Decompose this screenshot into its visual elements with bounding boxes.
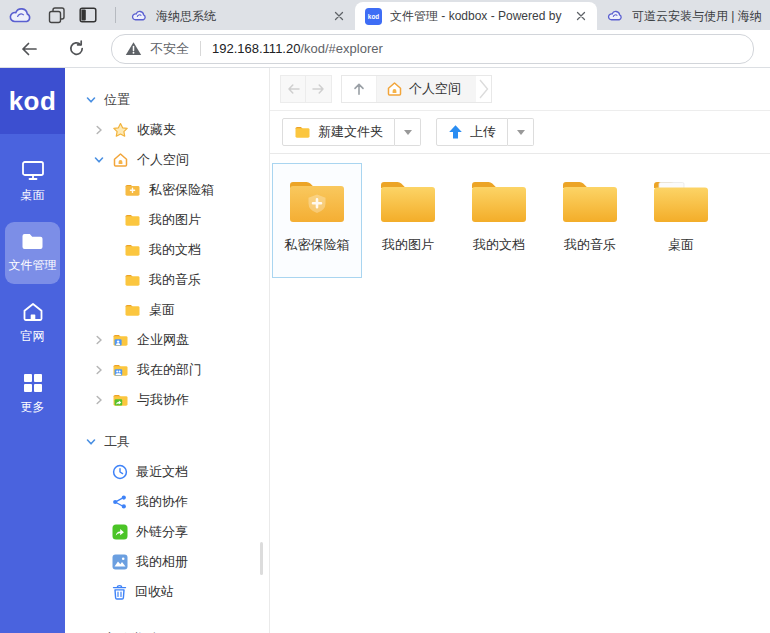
tab-close-icon[interactable]: [330, 8, 347, 25]
chevron-right-icon[interactable]: [93, 124, 105, 136]
tree-item-my-collaboration[interactable]: 我的协作: [65, 487, 269, 517]
tree-item-label: 我的相册: [136, 553, 188, 571]
url-path[interactable]: /kod/#explorer: [300, 41, 382, 56]
desktop-monitor-icon: [21, 160, 45, 181]
tree-section-label: 工具: [104, 433, 130, 451]
album-icon: [112, 554, 128, 570]
chevron-right-icon[interactable]: [93, 334, 105, 346]
tree-item-my-documents[interactable]: 我的文档: [65, 235, 269, 265]
home-icon: [22, 302, 44, 322]
home-orange-icon: [386, 81, 403, 97]
rail-item-file-manager[interactable]: 文件管理: [5, 222, 60, 284]
tree-item-my-music[interactable]: 我的音乐: [65, 265, 269, 295]
grid-item-label: 桌面: [668, 236, 694, 254]
new-folder-dropdown-button[interactable]: [395, 118, 421, 146]
upload-dropdown-button[interactable]: [508, 118, 534, 146]
security-label[interactable]: 不安全: [150, 40, 189, 58]
tree-item-enterprise-disk[interactable]: 企业网盘: [65, 325, 269, 355]
tree-item-label: 私密保险箱: [149, 181, 214, 199]
rail-item-desktop[interactable]: 桌面: [5, 150, 60, 214]
chevron-down-icon[interactable]: [93, 154, 105, 166]
chevron-down-icon[interactable]: [85, 436, 97, 448]
browser-tab-hinas[interactable]: 海纳思系统: [121, 2, 355, 30]
tree-item-my-album[interactable]: 我的相册: [65, 547, 269, 577]
folder-icon: [21, 232, 44, 251]
breadcrumb-group: 个人空间: [341, 75, 492, 103]
insecure-warning-icon: [125, 41, 142, 56]
history-forward-button[interactable]: [306, 75, 332, 103]
tab-groups-icon[interactable]: [47, 6, 66, 25]
chevron-down-icon[interactable]: [85, 94, 97, 106]
grid-item-my-music[interactable]: 我的音乐: [545, 163, 635, 278]
tree-item-label: 我的协作: [136, 493, 188, 511]
tree-item-label: 桌面: [149, 301, 175, 319]
rail-item-label: 桌面: [21, 187, 45, 204]
address-bar[interactable]: 不安全 192.168.111.20/kod/#explorer: [111, 34, 754, 64]
upload-label: 上传: [470, 123, 496, 141]
tree-item-my-pictures[interactable]: 我的图片: [65, 205, 269, 235]
breadcrumb-label: 个人空间: [409, 80, 461, 98]
folder-share-icon: [112, 393, 129, 407]
cloud-favicon-icon: [607, 8, 624, 25]
browser-tab-kodbox-active[interactable]: kod 文件管理 - kodbox - Powered by: [355, 2, 597, 30]
tree-item-personal-space[interactable]: 个人空间: [65, 145, 269, 175]
tree-section-tools[interactable]: 工具: [65, 427, 269, 457]
share-nodes-icon: [112, 494, 128, 510]
chevron-right-icon[interactable]: [93, 394, 105, 406]
breadcrumb-root-segment[interactable]: 个人空间: [377, 76, 476, 102]
tree-item-label: 与我协作: [137, 391, 189, 409]
back-icon[interactable]: [20, 41, 38, 57]
sidebar-panel-icon[interactable]: [79, 7, 97, 23]
tree-item-my-department[interactable]: 我在的部门: [65, 355, 269, 385]
tree-section-label: 位置: [104, 91, 130, 109]
tab-title: 可道云安装与使用 | 海纳思: [632, 8, 762, 25]
tab-close-icon[interactable]: [572, 8, 589, 25]
tree-scrollbar-thumb[interactable]: [260, 542, 263, 575]
grid-item-label: 私密保险箱: [285, 236, 350, 254]
grid-item-my-pictures[interactable]: 我的图片: [363, 163, 453, 278]
rail-item-label: 更多: [21, 399, 45, 416]
upload-button[interactable]: 上传: [436, 118, 508, 146]
tree-item-external-share[interactable]: 外链分享: [65, 517, 269, 547]
tree-item-recent-documents[interactable]: 最近文档: [65, 457, 269, 487]
tree-item-label: 外链分享: [136, 523, 188, 541]
grid-item-desktop[interactable]: 桌面: [636, 163, 726, 278]
new-folder-button[interactable]: 新建文件夹: [282, 118, 395, 146]
grid-item-label: 我的文档: [473, 236, 525, 254]
tree-item-desktop-folder[interactable]: 桌面: [65, 295, 269, 325]
grid-item-private-safe[interactable]: 私密保险箱: [272, 163, 362, 278]
star-icon: [112, 122, 129, 138]
history-back-button[interactable]: [280, 75, 306, 103]
url-host[interactable]: 192.168.111.20: [212, 41, 300, 56]
browser-logo-cloud-icon[interactable]: [8, 5, 34, 25]
tree-section-location[interactable]: 位置: [65, 85, 269, 115]
explorer-main: 个人空间 新建文件夹: [270, 68, 770, 633]
trash-icon: [112, 584, 127, 600]
clock-icon: [112, 464, 128, 480]
tree-section-file-types-clipped[interactable]: 文件类型: [65, 624, 270, 633]
tree-item-label: 最近文档: [136, 463, 188, 481]
tree-item-shared-with-me[interactable]: 与我协作: [65, 385, 269, 415]
rail-item-more[interactable]: 更多: [5, 363, 60, 426]
browser-tab-kodcloud-docs[interactable]: 可道云安装与使用 | 海纳思: [597, 2, 770, 30]
chevron-right-icon[interactable]: [93, 364, 105, 376]
tree-item-label: 企业网盘: [137, 331, 189, 349]
tree-item-label: 我的图片: [149, 211, 201, 229]
breadcrumb-bar: 个人空间: [270, 68, 770, 111]
grid-item-my-documents[interactable]: 我的文档: [454, 163, 544, 278]
tree-item-favorites[interactable]: 收藏夹: [65, 115, 269, 145]
kodbox-app: kod 桌面 文件管理 官网: [0, 68, 770, 633]
kod-logo[interactable]: kod: [0, 68, 65, 134]
tree-item-private-safe[interactable]: 私密保险箱: [65, 175, 269, 205]
refresh-icon[interactable]: [68, 40, 85, 57]
tree-item-label: 我的文档: [149, 241, 201, 259]
folder-large-icon: [559, 178, 621, 225]
rail-item-label: 文件管理: [9, 257, 57, 274]
rail-item-official-site[interactable]: 官网: [5, 292, 60, 355]
up-directory-button[interactable]: [342, 76, 377, 102]
sidebar-tree: 位置 收藏夹 个人空间: [65, 68, 270, 633]
tree-item-recycle-bin[interactable]: 回收站: [65, 577, 269, 607]
browser-tab-strip: 海纳思系统 kod 文件管理 - kodbox - Powered by 可道云…: [0, 0, 770, 30]
app-rail: kod 桌面 文件管理 官网: [0, 68, 65, 633]
caret-down-icon: [517, 130, 525, 135]
